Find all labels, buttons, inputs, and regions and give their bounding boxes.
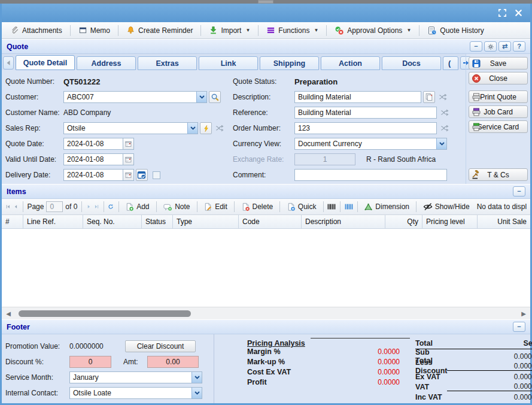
create-reminder-button[interactable]: Create Reminder: [123, 24, 196, 37]
column-header-line-ref[interactable]: Line Ref.: [23, 215, 83, 228]
quick-add-button[interactable]: Quick: [284, 201, 319, 213]
chevron-down-icon[interactable]: [191, 372, 202, 383]
delivery-date-checkbox[interactable]: [153, 171, 160, 179]
description-input[interactable]: Building Material: [294, 91, 421, 103]
description-copy-button[interactable]: [423, 91, 435, 103]
terms-conditions-label: T & Cs: [487, 171, 509, 179]
job-card-button[interactable]: Job Card: [469, 105, 528, 118]
delivery-date-calendar-button[interactable]: [123, 169, 134, 181]
toolbar-separator: [326, 25, 327, 36]
tab-action[interactable]: Action: [321, 56, 380, 70]
close-icon[interactable]: [514, 8, 523, 17]
order-number-shuffle-button[interactable]: [439, 122, 451, 134]
quote-date-input[interactable]: 2024-01-08: [63, 138, 123, 150]
clear-discount-button[interactable]: Clear Discount: [125, 340, 196, 352]
customer-combo[interactable]: ABC007: [63, 91, 207, 103]
tab-partial[interactable]: (: [443, 56, 458, 70]
column-header-unit-sale[interactable]: Unit Sale: [478, 215, 530, 228]
discount-percent-input[interactable]: 0: [69, 356, 111, 368]
print-quote-button[interactable]: Print Quote: [469, 90, 528, 103]
service-month-combo[interactable]: January: [69, 371, 202, 383]
tab-link[interactable]: Link: [199, 56, 258, 70]
tab-scroll-left-button[interactable]: [3, 56, 14, 69]
settings-button[interactable]: [484, 41, 497, 52]
delivery-schedule-button[interactable]: [136, 169, 148, 181]
collapse-items-button[interactable]: −: [513, 186, 525, 197]
chevron-down-icon[interactable]: [191, 388, 202, 398]
collapse-quote-button[interactable]: −: [470, 41, 482, 52]
column-header-status[interactable]: Status: [142, 215, 173, 228]
first-page-icon[interactable]: [5, 202, 11, 211]
next-page-icon[interactable]: [86, 202, 92, 211]
edit-line-button[interactable]: Edit: [201, 201, 230, 213]
last-page-icon[interactable]: [94, 202, 99, 211]
tab-docs[interactable]: Docs: [382, 56, 441, 70]
scroll-right-icon[interactable]: ▶: [519, 310, 528, 317]
items-panel-header: Items −: [2, 184, 530, 199]
memo-button[interactable]: Memo: [75, 24, 114, 37]
help-button[interactable]: ?: [513, 41, 525, 52]
reference-input[interactable]: Building Material: [294, 107, 437, 119]
tab-quote-detail[interactable]: Quote Detail: [16, 55, 75, 70]
terms-conditions-button[interactable]: T & Cs: [469, 168, 528, 181]
sales-rep-combo[interactable]: Otsile: [63, 122, 198, 134]
column-header-number[interactable]: #: [2, 215, 23, 228]
barcode-black-icon[interactable]: [327, 202, 336, 211]
column-header-qty[interactable]: Qty: [385, 215, 422, 228]
barcode-blue-icon[interactable]: [345, 202, 353, 211]
column-header-description[interactable]: Description: [302, 215, 385, 228]
scrollbar-thumb[interactable]: [19, 310, 191, 317]
comment-input[interactable]: [294, 169, 447, 181]
reference-shuffle-button[interactable]: [439, 107, 451, 119]
toolbar-separator: [81, 201, 82, 212]
chevron-down-icon[interactable]: [436, 138, 446, 149]
column-header-type[interactable]: Type: [173, 215, 239, 228]
attachments-button[interactable]: Attachments: [7, 24, 66, 37]
valid-until-input[interactable]: 2024-01-08: [63, 153, 123, 165]
delete-line-button[interactable]: Delete: [239, 201, 276, 213]
tab-extras[interactable]: Extras: [138, 56, 197, 70]
refresh-icon[interactable]: [108, 202, 114, 211]
internal-contact-combo[interactable]: Otsile Loate: [69, 387, 202, 399]
items-grid-body[interactable]: [2, 229, 530, 307]
sales-rep-shuffle-button[interactable]: [214, 122, 226, 134]
page-number-input[interactable]: 0: [46, 201, 63, 212]
sales-rep-quick-assign-button[interactable]: [200, 122, 212, 134]
discount-amt-input[interactable]: 0.00: [147, 356, 199, 368]
collapse-footer-button[interactable]: −: [513, 322, 525, 332]
valid-until-calendar-button[interactable]: [123, 153, 134, 165]
quote-date-calendar-button[interactable]: [123, 138, 134, 150]
dimension-button[interactable]: Dimension: [361, 201, 412, 213]
add-line-button[interactable]: Add: [123, 201, 151, 213]
service-card-button[interactable]: Service Card: [469, 120, 528, 133]
quote-history-button[interactable]: Quote History: [424, 24, 487, 37]
items-toolbar: Page 0 of 0 Add: [2, 199, 530, 215]
description-shuffle-button[interactable]: [437, 91, 449, 103]
customer-value: ABC007: [64, 92, 196, 102]
show-hide-button[interactable]: Show/Hide: [421, 201, 472, 213]
chevron-down-icon[interactable]: [187, 123, 197, 134]
save-button[interactable]: Save: [469, 57, 528, 69]
functions-button[interactable]: Functions ▼: [263, 24, 322, 37]
approval-options-button[interactable]: Approval Options ▼: [331, 24, 415, 37]
maximize-icon[interactable]: [498, 8, 507, 17]
column-header-seq-no[interactable]: Seq. No.: [83, 215, 142, 228]
scroll-left-icon[interactable]: ◀: [4, 310, 13, 317]
toolbar-separator: [340, 201, 341, 212]
note-button[interactable]: Note: [160, 201, 192, 213]
chevron-down-icon[interactable]: [196, 92, 206, 102]
delivery-date-input[interactable]: 2024-01-08: [63, 169, 123, 181]
close-button[interactable]: Close: [469, 72, 528, 84]
refresh-panel-button[interactable]: ⇄: [498, 41, 511, 52]
horizontal-scrollbar[interactable]: ◀ ▶: [2, 307, 530, 319]
column-header-pricing-level[interactable]: Pricing level: [422, 215, 478, 228]
currency-view-combo[interactable]: Document Currency: [294, 138, 447, 150]
order-number-input[interactable]: 123: [294, 122, 437, 134]
import-button[interactable]: Import ▼: [205, 24, 254, 37]
total-row-ex-vat: Ex VAT 0.0000000: [415, 371, 532, 382]
previous-page-icon[interactable]: [13, 202, 19, 211]
customer-search-button[interactable]: [209, 91, 221, 103]
tab-shipping[interactable]: Shipping: [260, 56, 319, 70]
tab-address[interactable]: Address: [77, 56, 136, 70]
column-header-code[interactable]: Code: [239, 215, 302, 228]
